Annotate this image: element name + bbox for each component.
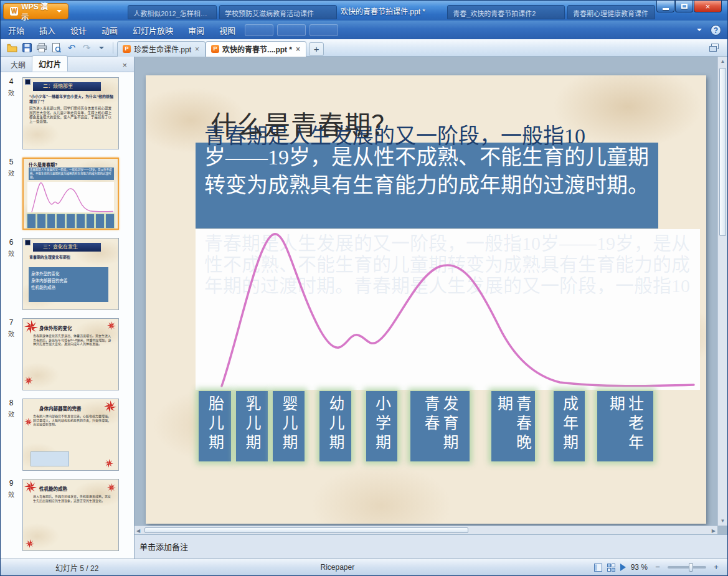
menu-item-view[interactable]: 视图: [212, 20, 243, 40]
slide-title-textbox[interactable]: 什么是青春期？: [210, 104, 398, 142]
zoom-level: 93 %: [631, 563, 648, 572]
zoom-in-button[interactable]: +: [711, 562, 721, 572]
stage-late-puberty[interactable]: 期 青春晚: [491, 391, 535, 461]
stage-toddler[interactable]: 幼儿期: [319, 391, 351, 461]
zoom-out-button[interactable]: −: [653, 562, 663, 572]
start-slideshow-button[interactable]: [620, 564, 626, 571]
thumb-list-item: 身体内部器官的完善: [31, 277, 106, 284]
titlebar-tab-2[interactable]: 学校预防艾滋病教育活动课件: [219, 5, 337, 19]
slide-sorter-button[interactable]: [607, 564, 615, 572]
stage-fetal[interactable]: 胎儿期: [199, 391, 231, 461]
flower-icon: [24, 376, 33, 385]
redo-button[interactable]: ↷: [79, 40, 94, 55]
theme-name: Ricepaper: [320, 563, 354, 572]
scroll-up-icon[interactable]: ▲: [718, 59, 727, 64]
titlebar: W WPS 演示 人教相似2012_怎样相处_1 学校预防艾滋病教育活动课件 欢…: [1, 1, 727, 21]
slide-thumbnail-9[interactable]: 9 效 性机能的成熟 进入青春期后，性器官迅速发育，性机能逐渐成熟，男女生先后出…: [1, 479, 134, 551]
wps-app-button[interactable]: W WPS 演示: [3, 3, 69, 19]
close-panel-icon[interactable]: ×: [119, 59, 130, 72]
slide-thumbnail-6[interactable]: 6 效 三：变化在发生 青春期的生理变化有那些 身体外型的变化 身体内部器官的完…: [1, 238, 134, 310]
save-button[interactable]: [19, 40, 34, 55]
thumb-body: 青春期是人生发展的又一阶段，一般指10岁——19岁，是从性不成熟、不能生育的儿童…: [29, 168, 114, 180]
flower-icon: [24, 418, 32, 426]
open-file-button[interactable]: [4, 40, 19, 55]
menu-item-review[interactable]: 审阅: [181, 20, 212, 40]
thumb-chart: [27, 182, 114, 212]
print-button[interactable]: [34, 40, 49, 55]
chevron-down-icon[interactable]: [697, 29, 702, 31]
printer-icon: [37, 43, 47, 52]
animation-badge: 效: [2, 88, 20, 97]
minimize-button[interactable]: [656, 1, 674, 12]
chevron-down-icon: [57, 10, 62, 12]
stage-primary-school[interactable]: 小学期: [366, 391, 397, 461]
stage-suckling[interactable]: 乳儿期: [236, 391, 268, 461]
menubar: 开始 插入 设计 动画 幻灯片放映 审阅 视图 ?: [1, 21, 727, 39]
document-tab-2-active[interactable]: P 欢快的青春节....ppt * ×: [206, 41, 306, 57]
scroll-right-icon[interactable]: ▶: [712, 528, 716, 534]
maximize-icon: [681, 4, 688, 9]
scroll-left-icon[interactable]: ◀: [136, 528, 140, 534]
tab-slides[interactable]: 幻灯片: [32, 55, 68, 72]
horizontal-scrollbar[interactable]: ◀ ▶: [135, 526, 717, 534]
zoom-slider-thumb[interactable]: [689, 563, 693, 572]
stage-adulthood[interactable]: 成年期: [554, 391, 585, 461]
titlebar-tab-1[interactable]: 人教相似2012_怎样相处_1: [128, 5, 217, 19]
document-tab-label: 欢快的青春节....ppt *: [222, 44, 292, 54]
toolbar-dropdown-button[interactable]: [94, 40, 109, 55]
stage-puberty-development[interactable]: 青春 发育期: [410, 391, 470, 461]
mini-stage-box: [37, 214, 45, 228]
slide-thumbnail-5-selected[interactable]: 5 效 什么是青春期? 青春期是人生发展的又一阶段，一般指10岁——19岁，是从…: [1, 158, 134, 230]
vertical-scrollbar[interactable]: ▲ ▼: [717, 57, 727, 526]
vertical-scroll-thumb[interactable]: [719, 68, 726, 236]
window-controls: ×: [656, 1, 722, 12]
thumb-line: “小小少年”—随着年岁由小变大，为什么“他的烦恼增加了”？: [29, 95, 115, 104]
horizontal-scroll-thumb[interactable]: [144, 527, 468, 533]
thumb-header: 三：变化在发生: [33, 243, 101, 252]
main-area: 什么是青春期？ 青春期是人生发展的又一阶段，一般指10 岁——19岁，是从性不成…: [135, 57, 727, 559]
close-tab-icon[interactable]: ×: [194, 45, 200, 54]
slide-thumbnail-8[interactable]: 8 效 身体内部器官的完善 青春期人体内部器官不断发育完善，心脏收缩力量增强，肺…: [1, 399, 134, 471]
notes-pane[interactable]: 单击添加备注: [135, 534, 727, 559]
wps-logo-icon: W: [10, 7, 18, 16]
menu-item-design[interactable]: 设计: [63, 20, 94, 40]
ppt-file-icon: P: [123, 45, 131, 53]
wps-presentation-window: W WPS 演示 人教相似2012_怎样相处_1 学校预防艾滋病教育活动课件 欢…: [0, 0, 728, 576]
minimize-icon: [663, 8, 669, 10]
menu-item-slideshow[interactable]: 幻灯片放映: [125, 20, 181, 40]
tab-outline[interactable]: 大纲: [4, 57, 32, 72]
zoom-slider[interactable]: [668, 566, 706, 569]
close-tab-icon[interactable]: ×: [295, 45, 301, 54]
slide-thumbnail-4[interactable]: 4 效 二：烦恼那里 “小小少年”—随着年岁由小变大，为什么“他的烦恼增加了”？…: [1, 77, 134, 149]
help-icon[interactable]: ?: [711, 25, 721, 35]
slide-thumbnail-list[interactable]: 4 效 二：烦恼那里 “小小少年”—随着年岁由小变大，为什么“他的烦恼增加了”？…: [1, 72, 134, 559]
document-tab-1[interactable]: P 珍爱生命课件.ppt ×: [117, 41, 206, 57]
titlebar-tab-4[interactable]: 青春期心理健康教育课件: [567, 5, 655, 19]
undo-button[interactable]: ↶: [64, 40, 79, 55]
maximize-button[interactable]: [675, 1, 693, 12]
mini-stage-box: [87, 214, 95, 228]
animation-badge: 效: [2, 168, 20, 177]
growth-curve: [32, 182, 113, 211]
current-slide[interactable]: 什么是青春期？ 青春期是人生发展的又一阶段，一般指10 岁——19岁，是从性不成…: [146, 75, 706, 524]
print-preview-button[interactable]: [49, 40, 64, 55]
normal-view-button[interactable]: [594, 564, 602, 572]
close-button[interactable]: ×: [694, 1, 722, 12]
new-tab-button[interactable]: +: [309, 42, 324, 56]
switch-windows-button[interactable]: [706, 40, 721, 55]
slide-canvas[interactable]: 什么是青春期？ 青春期是人生发展的又一阶段，一般指10 岁——19岁，是从性不成…: [135, 57, 717, 526]
flower-icon: [24, 481, 37, 493]
scroll-down-icon[interactable]: ▼: [718, 518, 727, 524]
stage-infant[interactable]: 婴儿期: [273, 391, 305, 461]
slide-body-textbox[interactable]: 岁——19岁，是从性不成熟、不能生育的儿童期转变为成熟具有生育能力的成年期的过渡…: [196, 143, 658, 229]
stage-old-age[interactable]: 期 壮老年: [597, 391, 653, 461]
menu-item-insert[interactable]: 插入: [32, 20, 63, 40]
thumb-list-item: 性机能的成熟: [31, 284, 106, 291]
folder-icon: [7, 44, 17, 52]
slide-thumbnail-7[interactable]: 7 效 身体外形的变化 青春期身体变化首先是身高、体重迅速增长。男女生进入青春期…: [1, 318, 134, 390]
growth-curve-chart[interactable]: 青春期是人生发展的又一阶段，一般指10岁——19岁，是从性不成熟、不能生育的儿童…: [196, 229, 700, 390]
menu-item-home[interactable]: 开始: [1, 20, 32, 40]
titlebar-tab-3[interactable]: 青春_欢快的青春节拍课件2: [447, 5, 565, 19]
statusbar: 幻灯片 5 / 22 Ricepaper 93 % − +: [1, 559, 727, 575]
menu-item-animation[interactable]: 动画: [94, 20, 125, 40]
